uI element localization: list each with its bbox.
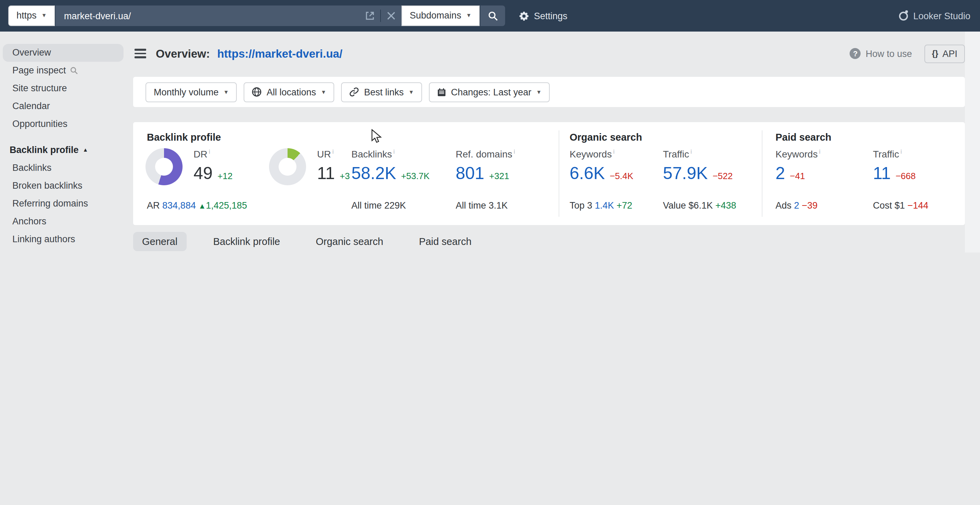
filter-label: Changes: Last year (451, 87, 531, 97)
sidebar-label: Referring domains (12, 195, 88, 213)
sidebar-item-opportunities[interactable]: Opportunities (3, 115, 124, 133)
dr-metric: DRi 49+12 (194, 148, 233, 183)
topbar: https ▼ market-dveri.ua/ Subdomains ▼ (0, 0, 980, 32)
looker-studio-label: Looker Studio (913, 11, 970, 21)
organic-traffic-metric: Traffici 57.9K−522 Value $6.1K +438 (663, 148, 733, 183)
filter-label: Monthly volume (154, 87, 219, 97)
organic-search-title: Organic search (570, 132, 642, 143)
calendar-icon (437, 87, 446, 97)
filter-all-locations[interactable]: All locations▼ (244, 82, 334, 102)
sidebar-label: Anchors (12, 213, 46, 230)
sidebar-label: Backlinks (12, 159, 51, 177)
sidebar-item-calendar[interactable]: Calendar (3, 97, 124, 115)
sidebar-item-backlinks[interactable]: Backlinks (3, 159, 124, 177)
sidebar-label: Backlink profile (10, 141, 79, 159)
sidebar-label: Page inspect (12, 62, 66, 79)
chevron-down-icon: ▼ (321, 89, 326, 95)
filter-best-links[interactable]: Best links▼ (341, 82, 422, 102)
page-title-prefix: Overview: (156, 47, 210, 59)
filter-monthly-volume[interactable]: Monthly volume▼ (145, 82, 237, 102)
backlinks-metric: Backlinksi 58.2K+53.7K All time 229K (352, 148, 430, 183)
stats-band: Backlink profile DRi 49+12 AR 834,884 ▲1… (133, 122, 965, 225)
sidebar-section-backlink-profile[interactable]: Backlink profile▲ (0, 141, 130, 159)
ur-donut (269, 148, 306, 185)
link-icon (350, 87, 359, 97)
url-protocol-value: https (16, 7, 37, 25)
collapse-icon: ▲ (83, 141, 88, 159)
sidebar-label: Broken backlinks (12, 177, 82, 195)
tab-paid-search[interactable]: Paid search (410, 232, 480, 251)
filter-label: All locations (267, 87, 316, 97)
braces-icon: {} (932, 49, 939, 58)
ar-metric: AR 834,884 ▲1,425,185 (147, 200, 247, 211)
site-explorer-app: https ▼ market-dveri.ua/ Subdomains ▼ (0, 0, 980, 252)
organic-keywords-metric: Keywordsi 6.6K−5.4K Top 3 1.4K +72 (570, 148, 633, 183)
sidebar-item-referring-domains[interactable]: Referring domains (3, 195, 124, 213)
page-title: Overview: https://market-dveri.ua/ (156, 47, 342, 60)
sidebar-item-anchors[interactable]: Anchors (3, 213, 124, 230)
looker-studio-icon (899, 11, 908, 20)
sidebar-label: Linking authors (12, 230, 75, 248)
sidebar-item-site-structure[interactable]: Site structure (3, 79, 124, 97)
chevron-down-icon: ▼ (536, 89, 541, 95)
settings-button[interactable]: Settings (519, 0, 568, 32)
scrollbar-track[interactable] (965, 32, 980, 252)
paid-keywords-metric: Keywordsi 2−41 Ads 2 −39 (775, 148, 821, 183)
api-button[interactable]: {} API (924, 44, 965, 63)
open-in-new-icon[interactable] (360, 5, 380, 26)
ur-metric: URi 11+3 (317, 148, 350, 183)
paid-search-title: Paid search (775, 132, 831, 143)
tab-backlink-profile[interactable]: Backlink profile (204, 232, 289, 251)
sidebar-item-broken-backlinks[interactable]: Broken backlinks (3, 177, 124, 195)
globe-icon (252, 87, 262, 97)
menu-icon[interactable] (135, 49, 146, 58)
sidebar-item-page-inspect[interactable]: Page inspect (3, 62, 124, 79)
gear-icon (519, 11, 529, 21)
sidebar-item-overview[interactable]: Overview (3, 44, 124, 62)
looker-studio-link[interactable]: Looker Studio (899, 0, 970, 32)
api-label: API (942, 48, 957, 59)
chevron-down-icon: ▼ (466, 7, 471, 25)
header-actions: ? How to use {} API (850, 44, 965, 63)
divider (558, 130, 559, 217)
section-tabs: GeneralBacklink profileOrganic searchPai… (133, 232, 480, 251)
how-to-use-label: How to use (866, 48, 912, 59)
ref-domains-metric: Ref. domainsi 801+321 All time 3.1K (456, 148, 515, 183)
question-icon: ? (850, 48, 861, 59)
backlink-profile-title: Backlink profile (147, 132, 221, 143)
sidebar-item-linking-authors[interactable]: Linking authors (3, 230, 124, 248)
filters-band: Monthly volume▼All locations▼Best links▼… (133, 77, 965, 107)
search-button[interactable] (480, 5, 505, 26)
subdomains-select[interactable]: Subdomains ▼ (401, 5, 480, 26)
target-url-link[interactable]: https://market-dveri.ua/ (217, 47, 342, 59)
tab-organic-search[interactable]: Organic search (307, 232, 392, 251)
search-icon (70, 67, 78, 75)
page-header: Overview: https://market-dveri.ua/ ? How… (135, 41, 965, 66)
clear-icon[interactable] (381, 5, 401, 26)
chevron-down-icon: ▼ (41, 7, 47, 25)
url-bar[interactable]: https ▼ market-dveri.ua/ Subdomains ▼ (8, 5, 505, 26)
sidebar-label: Referring IPs (12, 248, 67, 252)
sidebar-item-referring-ips[interactable]: Referring IPs (3, 248, 124, 252)
filter-changes-last-year[interactable]: Changes: Last year▼ (429, 82, 550, 102)
dr-donut (145, 148, 183, 185)
chevron-down-icon: ▼ (223, 89, 229, 95)
chevron-down-icon: ▼ (408, 89, 414, 95)
tab-general[interactable]: General (133, 232, 186, 251)
url-protocol-select[interactable]: https ▼ (8, 5, 55, 26)
paid-traffic-metric: Traffici 11−668 Cost $1 −144 (873, 148, 916, 183)
sidebar-label: Overview (12, 44, 51, 62)
sidebar-label: Site structure (12, 79, 67, 97)
filter-label: Best links (364, 87, 404, 97)
subdomains-value: Subdomains (410, 7, 461, 25)
sidebar-label: Opportunities (12, 115, 68, 133)
how-to-use-link[interactable]: ? How to use (850, 48, 912, 59)
sidebar-label: Calendar (12, 97, 50, 115)
sidebar: OverviewPage inspectSite structureCalend… (0, 32, 130, 252)
divider (762, 130, 762, 217)
settings-label: Settings (534, 11, 568, 21)
url-input[interactable]: market-dveri.ua/ (56, 11, 360, 21)
